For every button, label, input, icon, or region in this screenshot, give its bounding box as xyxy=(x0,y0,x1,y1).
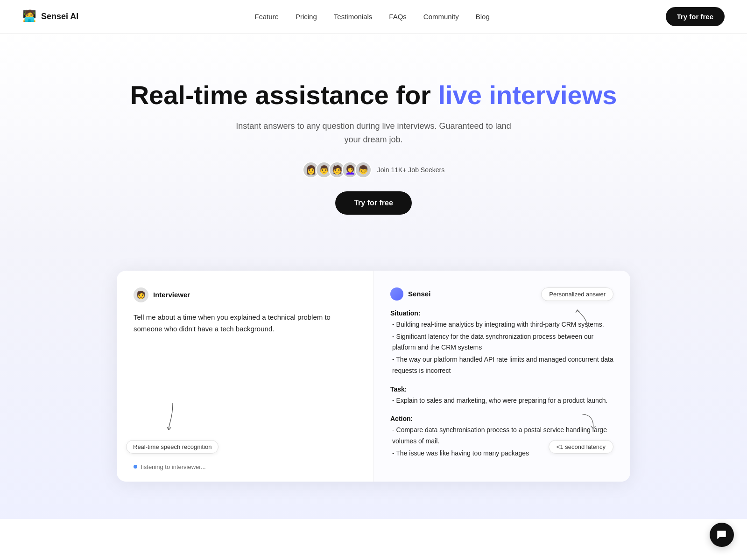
chat-button[interactable] xyxy=(710,523,734,547)
nav-testimonials[interactable]: Testimonials xyxy=(334,13,373,21)
demo-left-panel: 🧑 Interviewer Tell me about a time when … xyxy=(117,271,374,482)
listening-dot xyxy=(134,465,137,469)
nav-faqs[interactable]: FAQs xyxy=(389,13,407,21)
personalized-answer-badge: Personalized answer xyxy=(541,287,613,301)
hero-section: Real-time assistance for live interviews… xyxy=(0,34,747,243)
situation-label: Situation: xyxy=(390,309,421,317)
listening-indicator: listening to interviewer... xyxy=(134,463,206,470)
avatar-stack: 👩 👨 🧑 👩‍🦱 👦 xyxy=(303,161,372,178)
latency-arrow xyxy=(579,413,598,431)
listening-text: listening to interviewer... xyxy=(141,463,206,470)
latency-badge: <1 second latency xyxy=(549,440,613,454)
chat-icon xyxy=(716,529,727,540)
hero-headline: Real-time assistance for live interviews xyxy=(11,80,736,110)
nav-blog[interactable]: Blog xyxy=(476,13,490,21)
logo-icon: 🧑‍💻 xyxy=(22,9,37,24)
navbar: 🧑‍💻 Sensei AI Feature Pricing Testimonia… xyxy=(0,0,747,34)
sensei-avatar xyxy=(390,287,403,301)
interviewer-avatar: 🧑 xyxy=(134,287,148,302)
situation-bullet-3: - The way our platform handled API rate … xyxy=(392,354,613,377)
nav-cta-button[interactable]: Try for free xyxy=(666,7,725,26)
situation-bullet-2: - Significant latency for the data synch… xyxy=(392,331,613,354)
hero-headline-highlight: live interviews xyxy=(438,80,617,110)
task-label: Task: xyxy=(390,385,407,393)
answer-arrow xyxy=(574,307,593,330)
nav-feature[interactable]: Feature xyxy=(254,13,279,21)
avatar-5: 👦 xyxy=(355,161,372,178)
task-bullet-1: - Explain to sales and marketing, who we… xyxy=(392,395,613,406)
interviewer-row: 🧑 Interviewer xyxy=(134,287,356,302)
hero-cta-button[interactable]: Try for free xyxy=(335,191,412,215)
demo-section: 🧑 Interviewer Tell me about a time when … xyxy=(0,243,747,519)
social-proof-text: Join 11K+ Job Seekers xyxy=(377,166,444,174)
task-block: Task: - Explain to sales and marketing, … xyxy=(390,384,613,406)
speech-recognition-label: Real-time speech recognition xyxy=(126,440,218,454)
action-label: Action: xyxy=(390,415,413,422)
interviewer-label: Interviewer xyxy=(153,291,190,299)
sensei-label: Sensei xyxy=(408,290,430,298)
nav-community[interactable]: Community xyxy=(423,13,459,21)
hero-social-proof: 👩 👨 🧑 👩‍🦱 👦 Join 11K+ Job Seekers xyxy=(11,161,736,178)
demo-container: 🧑 Interviewer Tell me about a time when … xyxy=(117,271,630,482)
nav-links: Feature Pricing Testimonials FAQs Commun… xyxy=(254,13,490,21)
answer-content: Situation: - Building real-time analytic… xyxy=(390,308,613,459)
speech-arrow xyxy=(163,403,182,431)
interviewer-question: Tell me about a time when you explained … xyxy=(134,312,356,335)
logo-text: Sensei AI xyxy=(41,12,78,21)
nav-pricing[interactable]: Pricing xyxy=(296,13,317,21)
demo-right-panel: Sensei Personalized answer Situation: - … xyxy=(374,271,630,482)
hero-headline-start: Real-time assistance for xyxy=(130,80,438,110)
hero-subtitle: Instant answers to any question during l… xyxy=(233,119,514,147)
logo[interactable]: 🧑‍💻 Sensei AI xyxy=(22,9,78,24)
